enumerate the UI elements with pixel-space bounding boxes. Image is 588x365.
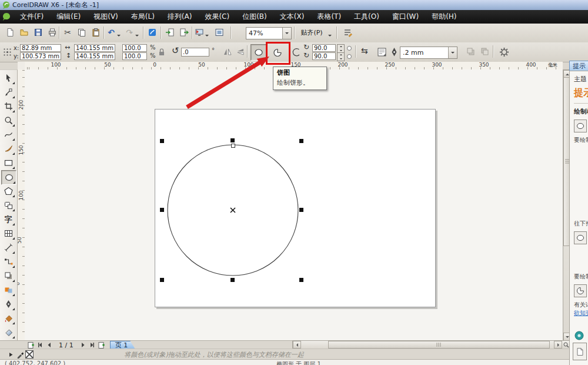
- selection-handle-middle-left[interactable]: [160, 208, 164, 212]
- selection-handle-bottom-right[interactable]: [299, 278, 303, 282]
- arc-end-spinner[interactable]: [337, 52, 345, 61]
- export-button[interactable]: [178, 26, 191, 39]
- fullscreen-preview-button[interactable]: [213, 26, 226, 39]
- add-page-button[interactable]: [26, 341, 35, 349]
- next-page-button[interactable]: [78, 341, 88, 349]
- add-page-button-2[interactable]: [97, 341, 106, 349]
- selection-handle-bottom-center[interactable]: [230, 278, 235, 282]
- zoom-tool[interactable]: [1, 114, 15, 127]
- search-content-button[interactable]: [146, 26, 159, 39]
- to-front-icon: [466, 47, 476, 57]
- ellipse-tool[interactable]: [1, 170, 16, 185]
- fullscreen-preview-icon: [215, 28, 224, 37]
- dimension-tool[interactable]: [1, 241, 15, 254]
- arc-option-radio-2[interactable]: [347, 54, 352, 59]
- ellipse-mode-button[interactable]: [250, 44, 267, 61]
- color-eyedropper-button[interactable]: [15, 351, 25, 359]
- shape-tool[interactable]: [1, 85, 15, 99]
- zoom-level-combobox[interactable]: 47%: [246, 27, 292, 39]
- copy-button[interactable]: [75, 26, 88, 39]
- menu-view[interactable]: 视图(V): [87, 12, 125, 22]
- menu-layout[interactable]: 布局(L): [125, 12, 161, 22]
- menu-effects[interactable]: 效果(C): [198, 12, 236, 22]
- application-launcher-button[interactable]: [195, 26, 204, 39]
- to-front-button[interactable]: [465, 45, 477, 58]
- y-position-input[interactable]: [20, 52, 61, 60]
- paste-button[interactable]: [89, 26, 102, 39]
- menu-window[interactable]: 窗口(W): [386, 12, 425, 22]
- scale-x-input[interactable]: [122, 44, 147, 52]
- menu-file[interactable]: 文件(F): [14, 12, 50, 22]
- mirror-horizontal-button[interactable]: [221, 45, 234, 58]
- selection-handle-top-center[interactable]: [230, 138, 235, 142]
- selection-handle-bottom-left[interactable]: [160, 278, 164, 282]
- arc-option-radio-1[interactable]: [347, 46, 352, 51]
- fill-none-swatch[interactable]: [25, 351, 34, 359]
- ellipse-object[interactable]: [25, 69, 563, 340]
- menu-text[interactable]: 文本(X): [273, 12, 311, 22]
- interactive-fill-tool[interactable]: [1, 326, 15, 339]
- scroll-left-button[interactable]: [293, 341, 301, 349]
- menu-tools[interactable]: 工具(O): [348, 12, 386, 22]
- horizontal-scrollbar[interactable]: [292, 340, 563, 349]
- outline-width-combobox[interactable]: .2 mm: [400, 47, 457, 59]
- save-button[interactable]: [32, 26, 45, 39]
- arc-start-angle-input[interactable]: [312, 44, 336, 52]
- scroll-right-button[interactable]: [554, 341, 562, 349]
- first-page-button[interactable]: [35, 341, 45, 349]
- menu-help[interactable]: 帮助(H): [425, 12, 463, 22]
- drop-shadow-tool[interactable]: [1, 269, 15, 283]
- arc-mode-button[interactable]: [288, 44, 305, 61]
- fill-tool[interactable]: [1, 311, 15, 325]
- artistic-media-tool[interactable]: [1, 142, 15, 155]
- menu-bitmaps[interactable]: 位图(B): [236, 12, 273, 22]
- new-document-button[interactable]: [4, 26, 16, 39]
- object-width-input[interactable]: [74, 44, 115, 52]
- freehand-tool[interactable]: [1, 128, 15, 141]
- mirror-vertical-button[interactable]: [234, 45, 247, 58]
- cut-button[interactable]: ✂: [61, 26, 74, 39]
- selection-handle-middle-right[interactable]: [299, 208, 303, 212]
- ellipse-node[interactable]: [231, 144, 235, 148]
- outline-pen-tool[interactable]: [1, 297, 15, 311]
- previous-page-button[interactable]: [45, 341, 54, 349]
- arc-start-spinner[interactable]: [337, 44, 345, 53]
- open-button[interactable]: [18, 26, 31, 39]
- wrap-text-button[interactable]: [375, 45, 388, 58]
- basic-shapes-tool[interactable]: [1, 198, 15, 212]
- connector-tool[interactable]: [1, 255, 15, 268]
- rectangle-tool[interactable]: [1, 156, 15, 170]
- docker-bottom-button[interactable]: [573, 343, 587, 360]
- object-height-input[interactable]: [74, 52, 115, 60]
- scale-y-input[interactable]: [122, 52, 147, 60]
- rotation-angle-input[interactable]: [181, 48, 209, 57]
- polygon-tool[interactable]: [1, 184, 15, 198]
- menu-arrange[interactable]: 排列(A): [161, 12, 199, 22]
- to-back-button[interactable]: [479, 45, 492, 58]
- transparency-tool[interactable]: [1, 283, 15, 297]
- print-button[interactable]: [46, 26, 59, 39]
- selection-handle-top-left[interactable]: [160, 139, 164, 143]
- crop-tool[interactable]: [1, 99, 15, 113]
- menu-table[interactable]: 表格(T): [310, 12, 348, 22]
- arc-end-angle-input[interactable]: [312, 52, 336, 60]
- lock-ratio-icon[interactable]: [158, 48, 166, 57]
- menu-edit[interactable]: 编辑(E): [50, 12, 87, 22]
- snap-to-button[interactable]: 贴齐(P): [298, 26, 326, 39]
- redo-button[interactable]: ↷: [125, 26, 134, 39]
- horizontal-scroll-thumb[interactable]: [328, 341, 550, 349]
- statusbar-flyout-button[interactable]: [6, 351, 15, 359]
- selection-handle-top-right[interactable]: [299, 139, 303, 143]
- pick-tool[interactable]: [1, 71, 15, 85]
- hints-more-link[interactable]: 欲知更多信息: [574, 309, 588, 317]
- text-tool[interactable]: 字: [1, 213, 15, 226]
- options-button[interactable]: [341, 26, 354, 39]
- last-page-button[interactable]: [88, 341, 97, 349]
- quick-customize-button[interactable]: [497, 45, 510, 58]
- drawing-canvas[interactable]: [25, 69, 563, 340]
- undo-button[interactable]: ↶: [106, 26, 116, 39]
- x-position-input[interactable]: [20, 44, 61, 52]
- table-tool[interactable]: [1, 227, 15, 240]
- import-button[interactable]: [163, 26, 176, 39]
- pie-mode-button[interactable]: [269, 44, 286, 61]
